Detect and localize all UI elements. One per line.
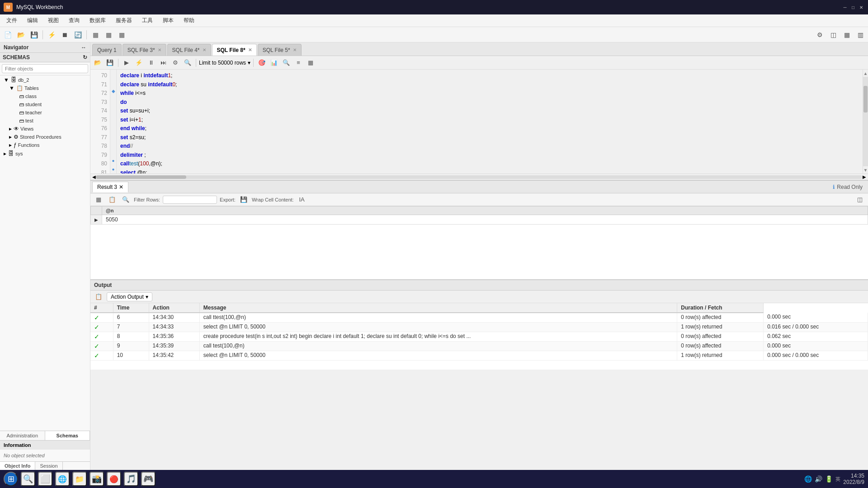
- app-btn-3[interactable]: 🎵: [124, 472, 138, 486]
- toolbar-layout1[interactable]: ◫: [827, 29, 839, 41]
- wrap-btn[interactable]: IA: [297, 194, 307, 205]
- execute-current-btn[interactable]: ⚡: [133, 57, 144, 68]
- menu-edit[interactable]: 编辑: [23, 15, 42, 26]
- toolbar-grid1[interactable]: ▦: [90, 29, 101, 41]
- scroll-thumb[interactable]: [863, 86, 868, 113]
- h-scroll-left[interactable]: ◀: [92, 174, 96, 179]
- menu-database[interactable]: 数据库: [85, 15, 110, 26]
- scroll-down-arrow[interactable]: ▼: [863, 166, 868, 174]
- menu-tools[interactable]: 工具: [137, 15, 157, 26]
- tree-sys[interactable]: ▸ 🗄 sys: [0, 149, 90, 158]
- menu-view[interactable]: 视图: [43, 15, 63, 26]
- toolbar-stop[interactable]: ⏹: [59, 29, 71, 41]
- result-table: @n ▶ 5050: [90, 206, 868, 225]
- toolbar-open[interactable]: 📂: [15, 29, 27, 41]
- profiler-btn[interactable]: 📊: [269, 57, 279, 68]
- schemas-tab[interactable]: Schemas: [45, 431, 90, 440]
- tree-stored-procedures[interactable]: ▸ ⚙ Stored Procedures: [0, 133, 90, 141]
- menu-server[interactable]: 服务器: [111, 15, 137, 26]
- h-scroll-track[interactable]: [96, 175, 863, 179]
- administration-tab[interactable]: Administration: [0, 431, 45, 440]
- output-icon-btn[interactable]: 📋: [93, 291, 104, 302]
- toolbar-grid3[interactable]: ▦: [116, 29, 127, 41]
- toolbar-settings[interactable]: ⚙: [814, 29, 826, 41]
- tab-file5-label: SQL File 5*: [263, 47, 290, 53]
- close-result-tab-3[interactable]: ✕: [119, 184, 123, 190]
- sql-tab-file5[interactable]: SQL File 5* ✕: [258, 44, 302, 56]
- export-btn[interactable]: 💾: [238, 194, 249, 205]
- toolbar-new[interactable]: 📄: [2, 29, 14, 41]
- result-form-btn[interactable]: 📋: [107, 194, 118, 205]
- search-btn[interactable]: 🔍: [182, 57, 193, 68]
- scroll-up-arrow[interactable]: ▲: [863, 70, 868, 77]
- toolbar-refresh[interactable]: 🔄: [72, 29, 84, 41]
- start-button[interactable]: ⊞: [4, 472, 18, 486]
- task-view-btn[interactable]: ⬜: [38, 472, 52, 486]
- app-btn-2[interactable]: 🔴: [107, 472, 121, 486]
- stop-btn[interactable]: ⏸: [146, 57, 156, 68]
- maximize-button[interactable]: □: [850, 4, 856, 10]
- export-label: Export:: [220, 197, 236, 202]
- session-tab[interactable]: Session: [35, 462, 62, 470]
- sql-tab-file4[interactable]: SQL File 4* ✕: [167, 44, 211, 56]
- result-grid-btn[interactable]: ▦: [93, 194, 104, 205]
- table-btn[interactable]: ▦: [305, 57, 316, 68]
- toolbar-save[interactable]: 💾: [28, 29, 40, 41]
- tree-table-test[interactable]: ▸ 🗃 test: [0, 117, 90, 125]
- scroll-track[interactable]: [863, 77, 868, 166]
- right-scrollbar[interactable]: ▲ ▼: [863, 70, 868, 174]
- filter-rows-input[interactable]: [163, 196, 217, 204]
- explain-btn[interactable]: ⚙: [170, 57, 181, 68]
- action-output-dropdown[interactable]: Action Output ▾: [107, 292, 152, 301]
- close-tab-file4[interactable]: ✕: [203, 47, 206, 52]
- menu-script[interactable]: 脚本: [158, 15, 178, 26]
- close-tab-file5[interactable]: ✕: [293, 47, 297, 52]
- h-scroll-thumb[interactable]: [96, 175, 186, 179]
- zoom-btn[interactable]: 🔍: [281, 57, 292, 68]
- toolbar-execute[interactable]: ⚡: [46, 29, 57, 41]
- tree-table-class[interactable]: ▸ 🗃 class: [0, 92, 90, 100]
- sql-tab-file3[interactable]: SQL File 3* ✕: [123, 44, 166, 56]
- format-btn[interactable]: ≡: [293, 57, 304, 68]
- close-tab-file8[interactable]: ✕: [248, 47, 252, 52]
- result-tab-3[interactable]: Result 3 ✕: [92, 182, 128, 192]
- result-action-btn[interactable]: ◫: [854, 194, 865, 205]
- tab-file8-label: SQL File 8*: [217, 47, 245, 53]
- edge-btn[interactable]: 🌐: [55, 472, 70, 486]
- close-button[interactable]: ✕: [858, 4, 864, 10]
- fn-expand-icon: ▸: [9, 142, 12, 148]
- file-explorer-btn[interactable]: 📁: [72, 472, 87, 486]
- tree-functions[interactable]: ▸ ƒ Functions: [0, 141, 90, 149]
- result-field-btn[interactable]: 🔍: [120, 194, 131, 205]
- h-scroll-right[interactable]: ▶: [863, 174, 866, 179]
- tree-table-teacher[interactable]: ▸ 🗃 teacher: [0, 108, 90, 117]
- schemas-refresh[interactable]: ↻: [83, 54, 87, 61]
- tree-views[interactable]: ▸ 👁 Views: [0, 125, 90, 133]
- toolbar-layout3[interactable]: ▥: [854, 29, 866, 41]
- output-duration-6: 0.000 sec: [764, 313, 868, 323]
- calibrate-btn[interactable]: 🎯: [256, 57, 267, 68]
- skip-btn[interactable]: ⏭: [158, 57, 169, 68]
- menu-help[interactable]: 帮助: [179, 15, 199, 26]
- tree-table-student[interactable]: ▸ 🗃 student: [0, 100, 90, 108]
- toolbar-grid2[interactable]: ▦: [103, 29, 114, 41]
- open-file-btn[interactable]: 📂: [92, 57, 103, 68]
- schema-db2[interactable]: ▼ 🗄 db_2: [0, 75, 90, 84]
- save-file-btn[interactable]: 💾: [104, 57, 115, 68]
- sql-tab-file8[interactable]: SQL File 8* ✕: [212, 44, 257, 56]
- tree-tables[interactable]: ▼ 📋 Tables: [0, 84, 90, 92]
- code-content[interactable]: declare i int default 1; declare su int …: [117, 70, 863, 174]
- object-info-tab[interactable]: Object Info: [0, 462, 35, 470]
- app-btn-4[interactable]: 🎮: [141, 472, 156, 486]
- app-btn-1[interactable]: 📸: [90, 472, 104, 486]
- menu-query[interactable]: 查询: [64, 15, 84, 26]
- main-area: Navigator ↔ SCHEMAS ↻ ▼ 🗄 db_2 ▼ 📋 Table…: [0, 42, 868, 470]
- sql-tab-query1[interactable]: Query 1: [92, 44, 122, 56]
- toolbar-layout2[interactable]: ▦: [841, 29, 853, 41]
- search-taskbar-btn[interactable]: 🔍: [21, 472, 35, 486]
- execute-btn[interactable]: ▶: [121, 57, 132, 68]
- menu-file[interactable]: 文件: [2, 15, 22, 26]
- minimize-button[interactable]: ─: [842, 4, 848, 10]
- close-tab-file3[interactable]: ✕: [158, 47, 161, 52]
- schema-search-input[interactable]: [2, 64, 88, 73]
